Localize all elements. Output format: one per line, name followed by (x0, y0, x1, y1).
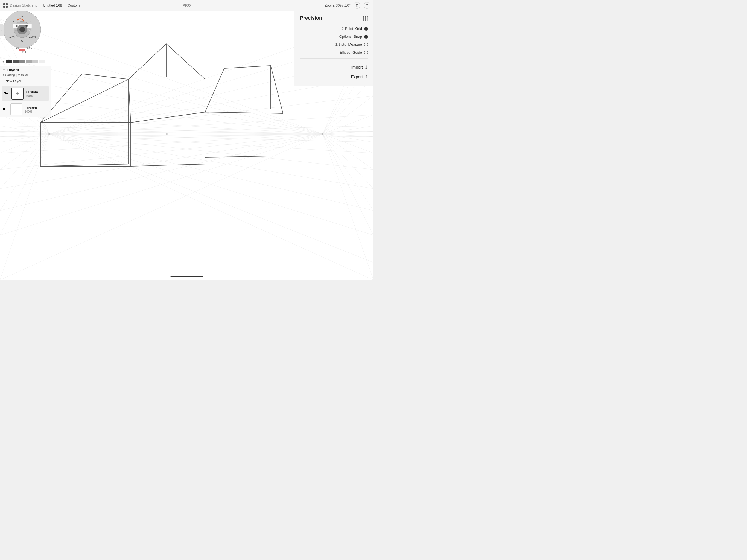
precision-row-guide: Ellipse Guide (300, 50, 368, 54)
separator2: | (64, 3, 66, 8)
precision-menu-icon[interactable] (363, 16, 368, 21)
svg-rect-108 (19, 49, 25, 51)
settings-button[interactable]: ⚙ (354, 2, 360, 9)
swatch-mid[interactable] (19, 59, 25, 63)
panel-toggle[interactable]: ‹ (0, 24, 4, 36)
precision-row-grid: 2-Point Grid (300, 27, 368, 31)
layer-opacity-1: 100% (26, 94, 38, 97)
app-menu-icon[interactable] (3, 3, 8, 8)
home-indicator (170, 276, 203, 277)
layer-item-2[interactable]: 👁 Custom 100% (0, 102, 51, 117)
layer-info-2: Custom 100% (25, 106, 37, 113)
precision-label-ellipse: Ellipse (340, 50, 350, 54)
topbar-left: Design Sketching | Untitled 168 | Custom (3, 3, 80, 8)
svg-line-64 (323, 134, 374, 235)
layers-title: Layers (6, 68, 19, 72)
swatch-dark1[interactable] (6, 59, 12, 63)
app-name: Design Sketching (10, 3, 37, 7)
layer-visibility-1[interactable]: 👁 (4, 91, 8, 96)
doc-title: Untitled 168 (43, 3, 62, 7)
layer-opacity-2: 100% (25, 110, 37, 113)
new-layer-button[interactable]: + New Layer (0, 78, 51, 85)
svg-line-60 (323, 134, 374, 153)
svg-text:2:1: 2:1 (16, 47, 20, 49)
swatch-white[interactable] (39, 59, 45, 63)
layers-menu-icon: ≡ (3, 68, 5, 72)
layer-item-1[interactable]: 👁 + Custom 100% (2, 86, 49, 101)
precision-row-measure: 1:1 pts Measure (300, 42, 368, 47)
svg-line-17 (49, 134, 374, 280)
pro-badge: PRO (182, 3, 191, 7)
import-button[interactable]: Import ⤓ (300, 62, 368, 72)
svg-line-63 (323, 134, 374, 210)
svg-line-15 (49, 134, 374, 235)
precision-label-pts: 1:1 pts (335, 42, 346, 47)
grid-toggle[interactable] (364, 27, 368, 31)
layers-panel: ≡ Layers ↕ Sorting | Manual + New Layer … (0, 66, 51, 117)
snap-toggle[interactable] (364, 35, 368, 39)
svg-line-77 (224, 66, 271, 68)
swatch-light1[interactable] (26, 59, 32, 63)
svg-text:‹: ‹ (13, 19, 15, 24)
svg-line-48 (0, 134, 323, 235)
svg-line-29 (0, 134, 49, 170)
help-button[interactable]: ? (364, 2, 370, 9)
svg-line-46 (0, 134, 323, 189)
svg-text:5:01: 5:01 (27, 47, 32, 49)
svg-point-88 (322, 133, 324, 135)
layer-info-1: Custom 100% (26, 90, 38, 97)
svg-line-47 (0, 134, 323, 210)
svg-line-14 (49, 134, 374, 210)
svg-text:v: v (21, 39, 23, 44)
svg-line-27 (0, 134, 49, 142)
svg-text:›: › (30, 19, 31, 24)
svg-line-71 (166, 44, 205, 79)
svg-line-56 (323, 126, 374, 134)
svg-text:↔: ↔ (15, 29, 17, 31)
measure-toggle[interactable] (364, 43, 368, 47)
precision-divider (300, 58, 368, 58)
export-button[interactable]: Export ⤒ (300, 72, 368, 81)
svg-line-31 (0, 134, 49, 210)
svg-text:14%: 14% (9, 35, 15, 38)
svg-line-28 (0, 134, 49, 153)
svg-line-81 (131, 112, 205, 123)
svg-line-68 (129, 79, 131, 123)
bottom-bar (0, 272, 374, 280)
svg-line-33 (0, 134, 49, 280)
svg-text:◑: ◑ (28, 29, 30, 31)
layers-header: ≡ Layers (0, 66, 51, 73)
svg-line-75 (205, 68, 224, 112)
precision-value-snap: Snap (354, 34, 362, 39)
svg-line-32 (0, 134, 49, 235)
swatch-dark2[interactable] (12, 59, 19, 63)
export-icon: ⤒ (364, 74, 368, 79)
svg-point-87 (48, 133, 50, 135)
precision-panel: Precision 2-Point Grid Options Snap 1:1 … (294, 11, 374, 86)
svg-line-59 (323, 134, 374, 142)
topbar: Design Sketching | Untitled 168 | Custom… (0, 0, 374, 11)
svg-line-55 (323, 115, 374, 134)
doc-preset: Custom (68, 3, 80, 7)
topbar-right: Zoom: 30% ∠0° ⚙ ? (325, 2, 370, 9)
svg-point-89 (166, 133, 168, 135)
guide-toggle[interactable] (364, 51, 368, 54)
svg-line-76 (271, 66, 283, 113)
color-swatches[interactable]: ▼ (2, 59, 45, 63)
precision-value-grid: Grid (355, 27, 362, 31)
svg-line-13 (49, 134, 374, 189)
swatch-light2[interactable] (32, 59, 38, 63)
layer-thumb-icon-1: + (16, 90, 19, 97)
svg-line-30 (0, 134, 49, 189)
precision-label-2point: 2-Point (342, 27, 353, 31)
separator1: | (40, 3, 41, 8)
sort-icon: ↕ (3, 73, 4, 77)
svg-line-62 (323, 134, 374, 189)
svg-line-78 (41, 164, 129, 166)
layer-thumb-1: + (11, 87, 24, 100)
precision-title: Precision (300, 15, 368, 21)
svg-line-23 (0, 115, 49, 134)
svg-line-82 (131, 164, 205, 166)
zoom-label: Zoom: 30% ∠0° (325, 3, 351, 7)
layer-visibility-2[interactable]: 👁 (3, 107, 7, 112)
